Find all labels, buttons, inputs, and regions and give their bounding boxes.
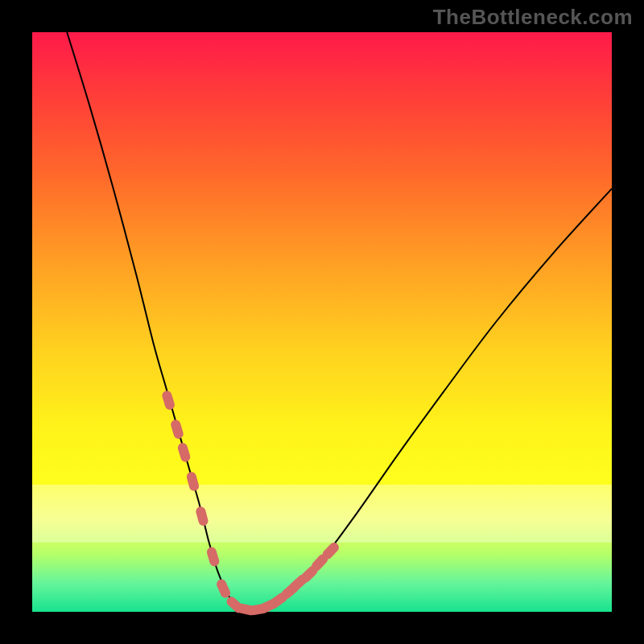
- watermark-text: TheBottleneck.com: [433, 5, 633, 30]
- curve-marker: [170, 419, 184, 440]
- curve-marker: [205, 546, 220, 567]
- chart-overlay: [32, 32, 612, 612]
- curve-marker: [161, 390, 175, 411]
- marker-group: [161, 390, 341, 616]
- plot-area: [32, 32, 612, 612]
- chart-frame: TheBottleneck.com: [0, 0, 644, 644]
- curve-marker: [195, 506, 209, 526]
- curve-marker: [185, 471, 200, 492]
- bottleneck-curve: [67, 32, 612, 610]
- curve-marker: [176, 442, 191, 463]
